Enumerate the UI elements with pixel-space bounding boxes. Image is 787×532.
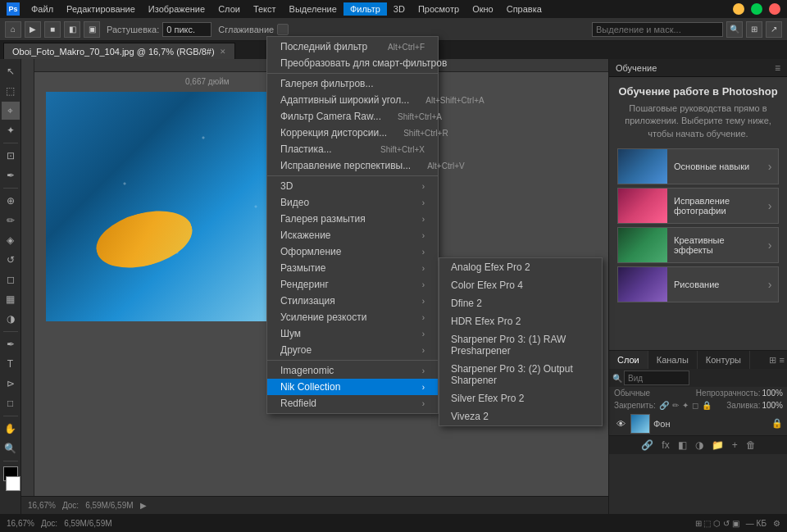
menu-layers[interactable]: Слои	[212, 2, 247, 16]
type-tool[interactable]: T	[2, 355, 20, 373]
status-arrow[interactable]: ▶	[140, 501, 147, 510]
path-select-tool[interactable]: ⊳	[2, 375, 20, 393]
brush-tool[interactable]: ✏	[2, 211, 20, 230]
zoom-tool[interactable]: 🔍	[2, 439, 20, 457]
select-tool[interactable]: ⬚	[2, 82, 20, 100]
share-icon[interactable]: ↗	[766, 21, 782, 38]
lock-all-icon[interactable]: 🔒	[702, 401, 712, 410]
gradient-tool[interactable]: ▦	[2, 290, 20, 308]
filter-other[interactable]: Другое ›	[267, 342, 438, 358]
home-button[interactable]: ⌂	[5, 21, 21, 38]
filter-smart[interactable]: Преобразовать для смарт-фильтров	[267, 55, 438, 71]
learning-item-photo[interactable]: Исправление фотографии ›	[617, 188, 779, 224]
maximize-button[interactable]	[751, 3, 762, 15]
menu-image[interactable]: Изображение	[142, 2, 212, 16]
layer-visibility-icon[interactable]: 👁	[614, 417, 627, 430]
nik-sharpener-raw[interactable]: Sharpener Pro 3: (1) RAW Presharpener	[439, 330, 602, 360]
mask-search[interactable]	[592, 22, 723, 37]
lasso-tool[interactable]: ⌖	[2, 102, 20, 120]
filter-3d[interactable]: 3D ›	[267, 178, 438, 194]
pen-tool[interactable]: ✒	[2, 335, 20, 353]
tool-btn-3[interactable]: ◧	[64, 21, 80, 38]
filter-imagenomic[interactable]: Imagenomic ›	[267, 362, 438, 379]
background-color[interactable]	[6, 476, 20, 491]
layers-tab-layers[interactable]: Слои	[609, 351, 648, 369]
move-tool[interactable]: ↖	[2, 62, 20, 80]
filter-distortion-correction[interactable]: Коррекция дисторсии... Shift+Ctrl+R	[267, 125, 438, 141]
folder-btn[interactable]: 📁	[709, 439, 726, 451]
filter-menu[interactable]: Последний фильтр Alt+Ctrl+F Преобразоват…	[266, 36, 439, 414]
lock-brush-icon[interactable]: ✏	[672, 401, 679, 410]
lock-position-icon[interactable]: ✦	[682, 401, 689, 410]
antialias-btn[interactable]	[277, 24, 289, 35]
heal-tool[interactable]: ⊕	[2, 192, 20, 210]
nik-color-efex[interactable]: Color Efex Pro 4	[439, 276, 602, 294]
layers-tab-channels[interactable]: Каналы	[648, 351, 698, 369]
menu-window[interactable]: Окно	[466, 2, 500, 16]
nik-collection-submenu[interactable]: Analog Efex Pro 2 Color Efex Pro 4 Dfine…	[439, 257, 603, 426]
filter-nik-collection[interactable]: Nik Collection ›	[267, 379, 438, 395]
history-tool[interactable]: ↺	[2, 251, 20, 269]
filter-last[interactable]: Последний фильтр Alt+Ctrl+F	[267, 39, 438, 55]
quick-select-tool[interactable]: ✦	[2, 121, 20, 139]
filter-camera-raw[interactable]: Фильтр Camera Raw... Shift+Ctrl+A	[267, 108, 438, 125]
nik-silver-efex[interactable]: Silver Efex Pro 2	[439, 389, 602, 407]
filter-adaptive[interactable]: Адаптивный широкий угол... Alt+Shift+Ctr…	[267, 92, 438, 108]
crop-tool[interactable]: ⊡	[2, 147, 20, 165]
shape-tool[interactable]: □	[2, 394, 20, 412]
filter-sharpen[interactable]: Усиление резкости ›	[267, 309, 438, 325]
filter-render[interactable]: Рендеринг ›	[267, 276, 438, 293]
hand-tool[interactable]: ✋	[2, 420, 20, 438]
nik-sharpener-output[interactable]: Sharpener Pro 3: (2) Output Sharpener	[439, 360, 602, 389]
filter-noise[interactable]: Шум ›	[267, 325, 438, 342]
tool-btn-1[interactable]: ▶	[25, 21, 41, 38]
adjustment-btn[interactable]: ◑	[693, 439, 706, 451]
link-layers-btn[interactable]: 🔗	[639, 439, 656, 451]
delete-layer-btn[interactable]: 🗑	[744, 439, 758, 451]
menu-help[interactable]: Справка	[500, 2, 548, 16]
eyedropper-tool[interactable]: ✒	[2, 166, 20, 184]
stamp-tool[interactable]: ◈	[2, 231, 20, 249]
burn-tool[interactable]: ◑	[2, 310, 20, 328]
filter-redfield[interactable]: Redfield ›	[267, 395, 438, 412]
eraser-tool[interactable]: ◻	[2, 271, 20, 289]
layers-grid-icon[interactable]: ⊞	[769, 355, 776, 366]
menu-edit[interactable]: Редактирование	[60, 2, 142, 16]
fx-btn[interactable]: fx	[659, 439, 671, 451]
search-icon[interactable]: 🔍	[726, 21, 743, 38]
layers-tab-paths[interactable]: Контуры	[698, 351, 750, 369]
menu-text[interactable]: Текст	[247, 2, 283, 16]
learning-tab[interactable]: Обучение	[616, 63, 657, 73]
panel-icon[interactable]: ⊞	[746, 21, 762, 38]
filter-stylize2[interactable]: Стилизация ›	[267, 293, 438, 309]
nik-dfine[interactable]: Dfine 2	[439, 294, 602, 312]
nik-viveza[interactable]: Viveza 2	[439, 407, 602, 425]
menu-filter[interactable]: Фильтр	[343, 2, 387, 16]
new-layer-btn[interactable]: +	[730, 439, 740, 451]
mask-btn[interactable]: ◧	[676, 439, 689, 451]
filter-blur-gallery[interactable]: Галерея размытия ›	[267, 211, 438, 227]
close-button[interactable]	[769, 3, 780, 15]
filter-video[interactable]: Видео ›	[267, 194, 438, 211]
menu-view[interactable]: Просмотр	[412, 2, 466, 16]
menu-select[interactable]: Выделение	[283, 2, 343, 16]
menu-file[interactable]: Файл	[25, 2, 60, 16]
nik-hdr-efex[interactable]: HDR Efex Pro 2	[439, 312, 602, 330]
lock-link-icon[interactable]: 🔗	[659, 401, 669, 410]
layers-list-icon[interactable]: ≡	[780, 355, 785, 365]
learning-item-creative[interactable]: Креативные эффекты ›	[617, 227, 779, 263]
file-tab[interactable]: Oboi_Foto_Makro_70_104.jpg @ 16,7% (RGB/…	[3, 43, 235, 59]
filter-distort[interactable]: Искажение ›	[267, 227, 438, 243]
filter-liquify[interactable]: Пластика... Shift+Ctrl+X	[267, 141, 438, 157]
layers-search-input[interactable]	[624, 371, 689, 385]
filter-blur[interactable]: Размытие ›	[267, 260, 438, 276]
nik-analog-efex[interactable]: Analog Efex Pro 2	[439, 258, 602, 276]
lock-artboard-icon[interactable]: ◻	[692, 401, 698, 410]
tool-btn-2[interactable]: ■	[44, 21, 61, 38]
learning-item-basic[interactable]: Основные навыки ›	[617, 148, 779, 184]
tool-btn-4[interactable]: ▣	[84, 21, 100, 38]
filter-stylize[interactable]: Оформление ›	[267, 243, 438, 260]
filter-perspective[interactable]: Исправление перспективы... Alt+Ctrl+V	[267, 157, 438, 174]
learning-item-draw[interactable]: Рисование ›	[617, 266, 779, 302]
layer-item-bg[interactable]: 👁 Фон 🔒	[609, 412, 787, 436]
